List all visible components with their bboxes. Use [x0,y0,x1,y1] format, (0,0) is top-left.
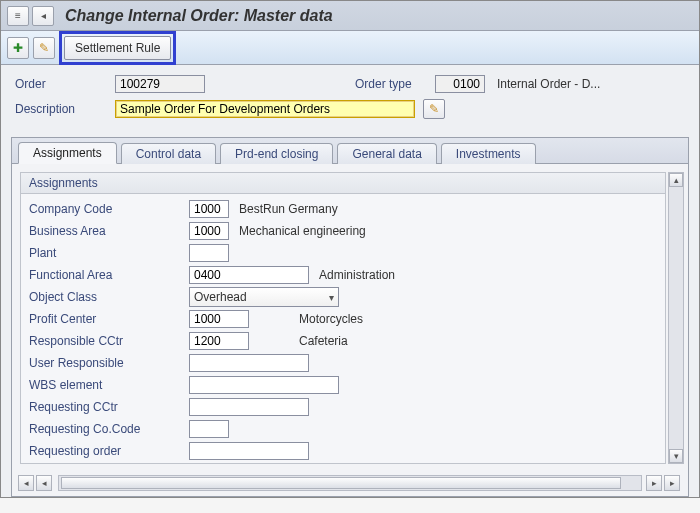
requesting-cocode-label: Requesting Co.Code [29,422,189,436]
arrow-right-icon: ▸ [652,478,657,488]
tab-assignments[interactable]: Assignments [18,142,117,164]
hscroll-prev-button[interactable]: ◂ [36,475,52,491]
requesting-cocode-row: Requesting Co.Code [29,418,657,440]
company-code-label: Company Code [29,202,189,216]
functional-area-text: Administration [319,268,395,282]
description-input[interactable] [115,100,415,118]
hscroll-thumb[interactable] [61,477,621,489]
sap-screen: ≡ ◂ Change Internal Order: Master data ✚… [0,0,700,498]
hscroll-track[interactable] [58,475,642,491]
order-row: Order Order type Internal Order - D... [15,75,685,93]
pencil-icon: ✎ [39,41,49,55]
company-code-text: BestRun Germany [239,202,338,216]
object-class-dropdown[interactable]: Overhead ▾ [189,287,339,307]
assignments-panel: Assignments Company Code BestRun Germany… [20,172,666,464]
create-button[interactable]: ✚ [7,37,29,59]
requesting-cctr-label: Requesting CCtr [29,400,189,414]
order-input[interactable] [115,75,205,93]
arrow-down-icon: ▾ [674,451,679,461]
order-label: Order [15,77,115,91]
scroll-up-button[interactable]: ▴ [669,173,683,187]
back-button[interactable]: ◂ [32,6,54,26]
app-toolbar: ✚ ✎ Settlement Rule [1,31,699,65]
order-type-input[interactable] [435,75,485,93]
menu-button[interactable]: ≡ [7,6,29,26]
description-row: Description ✎ [15,99,685,119]
description-label: Description [15,102,115,116]
object-class-label: Object Class [29,290,189,304]
object-class-value: Overhead [194,290,247,304]
pencil-icon: ✎ [429,102,439,116]
responsible-cctr-text: Cafeteria [299,334,348,348]
arrow-right-icon: ▸ [670,478,675,488]
plus-icon: ✚ [13,41,23,55]
settlement-rule-button[interactable]: Settlement Rule [64,36,171,60]
hscroll-next-button[interactable]: ▸ [646,475,662,491]
wbs-element-input[interactable] [189,376,339,394]
scroll-thumb[interactable] [670,187,682,449]
wbs-element-label: WBS element [29,378,189,392]
assignments-panel-body: Company Code BestRun Germany Business Ar… [21,194,665,464]
chevron-down-icon: ▾ [329,292,334,303]
user-responsible-label: User Responsible [29,356,189,370]
business-area-text: Mechanical engineering [239,224,366,238]
tab-row: Assignments Control data Prd-end closing… [12,138,688,164]
hscroll-first-button[interactable]: ◂ [18,475,34,491]
requesting-order-row: Requesting order [29,440,657,462]
profit-center-label: Profit Center [29,312,189,326]
plant-label: Plant [29,246,189,260]
hscroll-last-button[interactable]: ▸ [664,475,680,491]
plant-row: Plant [29,242,657,264]
business-area-row: Business Area Mechanical engineering [29,220,657,242]
arrow-left-icon: ◂ [24,478,29,488]
vertical-scrollbar[interactable]: ▴ ▾ [668,172,684,464]
requesting-cctr-row: Requesting CCtr [29,396,657,418]
functional-area-row: Functional Area Administration [29,264,657,286]
tab-general-data[interactable]: General data [337,143,436,164]
plant-input[interactable] [189,244,229,262]
tab-container: Assignments Control data Prd-end closing… [11,137,689,497]
description-edit-button[interactable]: ✎ [423,99,445,119]
horizontal-scrollbar: ◂ ◂ ▸ ▸ [18,474,682,492]
settlement-rule-highlight: Settlement Rule [59,31,176,65]
business-area-input[interactable] [189,222,229,240]
tab-content-wrap: Assignments Company Code BestRun Germany… [12,164,688,464]
order-type-label: Order type [355,77,435,91]
arrow-left-icon: ◂ [42,478,47,488]
tab-control-data[interactable]: Control data [121,143,216,164]
page-title: Change Internal Order: Master data [65,7,333,25]
profit-center-text: Motorcycles [299,312,363,326]
assignments-panel-title: Assignments [21,173,665,194]
back-icon: ◂ [41,10,46,21]
requesting-cocode-input[interactable] [189,420,229,438]
profit-center-row: Profit Center Motorcycles [29,308,657,330]
requesting-order-label: Requesting order [29,444,189,458]
responsible-cctr-row: Responsible CCtr Cafeteria [29,330,657,352]
company-code-row: Company Code BestRun Germany [29,198,657,220]
object-class-row: Object Class Overhead ▾ [29,286,657,308]
user-responsible-input[interactable] [189,354,309,372]
profit-center-input[interactable] [189,310,249,328]
requesting-order-input[interactable] [189,442,309,460]
responsible-cctr-label: Responsible CCtr [29,334,189,348]
scroll-down-button[interactable]: ▾ [669,449,683,463]
requesting-cctr-input[interactable] [189,398,309,416]
tab-prd-end-closing[interactable]: Prd-end closing [220,143,333,164]
arrow-up-icon: ▴ [674,175,679,185]
user-responsible-row: User Responsible [29,352,657,374]
menu-icon: ≡ [15,10,21,21]
header-area: Order Order type Internal Order - D... D… [1,65,699,131]
edit-button[interactable]: ✎ [33,37,55,59]
tab-investments[interactable]: Investments [441,143,536,164]
title-bar: ≡ ◂ Change Internal Order: Master data [1,1,699,31]
business-area-label: Business Area [29,224,189,238]
functional-area-label: Functional Area [29,268,189,282]
company-code-input[interactable] [189,200,229,218]
wbs-element-row: WBS element [29,374,657,396]
order-type-text: Internal Order - D... [497,77,617,91]
functional-area-input[interactable] [189,266,309,284]
responsible-cctr-input[interactable] [189,332,249,350]
